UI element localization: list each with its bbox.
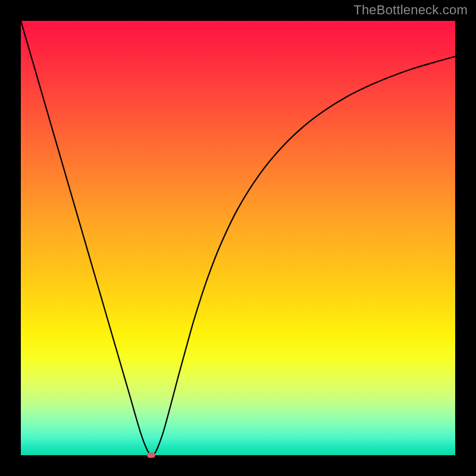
chart-container: TheBottleneck.com [0,0,476,476]
curve-layer [21,21,455,455]
bottleneck-curve [21,21,455,455]
watermark-text: TheBottleneck.com [353,2,468,18]
minimum-marker [147,453,155,458]
